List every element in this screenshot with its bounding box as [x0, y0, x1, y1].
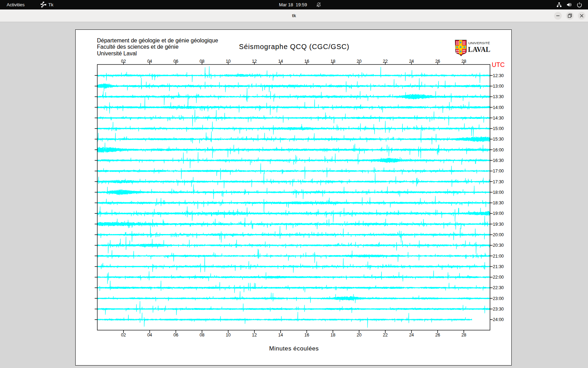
svg-text:13:30: 13:30: [493, 94, 504, 99]
svg-text:14: 14: [278, 59, 283, 64]
svg-text:06: 06: [173, 59, 178, 64]
svg-text:19:00: 19:00: [493, 211, 504, 216]
svg-text:22: 22: [383, 59, 388, 64]
svg-text:18:30: 18:30: [493, 200, 504, 205]
svg-text:14:30: 14:30: [493, 116, 504, 121]
svg-text:06: 06: [173, 333, 178, 338]
svg-text:08: 08: [200, 333, 204, 338]
svg-text:22: 22: [383, 333, 388, 338]
svg-text:Département de géologie et de: Département de géologie et de génie géol…: [97, 38, 218, 43]
svg-text:20:00: 20:00: [493, 232, 504, 237]
svg-text:21:30: 21:30: [493, 264, 504, 269]
svg-text:22:30: 22:30: [493, 285, 504, 290]
svg-text:15:30: 15:30: [493, 137, 504, 142]
svg-text:18: 18: [330, 59, 335, 64]
svg-text:10: 10: [226, 333, 231, 338]
svg-text:12: 12: [252, 59, 257, 64]
svg-text:26: 26: [435, 333, 440, 338]
svg-text:08: 08: [200, 59, 204, 64]
svg-text:20:30: 20:30: [493, 243, 504, 248]
svg-text:18:00: 18:00: [493, 190, 504, 195]
svg-text:26: 26: [435, 59, 440, 64]
svg-text:16: 16: [304, 333, 309, 338]
svg-text:04: 04: [147, 59, 152, 64]
svg-text:28: 28: [461, 333, 466, 338]
svg-text:04: 04: [147, 333, 152, 338]
svg-text:28: 28: [461, 59, 466, 64]
svg-text:12: 12: [252, 333, 257, 338]
svg-text:16:00: 16:00: [493, 148, 504, 152]
svg-text:Minutes écoulées: Minutes écoulées: [269, 345, 319, 352]
svg-text:18: 18: [330, 333, 335, 338]
svg-text:16:30: 16:30: [493, 158, 504, 163]
svg-text:14: 14: [278, 333, 283, 338]
svg-text:UNIVERSITÉ: UNIVERSITÉ: [468, 41, 490, 45]
svg-text:12:30: 12:30: [493, 73, 504, 78]
svg-text:17:30: 17:30: [493, 179, 504, 184]
svg-text:Faculté des sciences et de gén: Faculté des sciences et de génie: [97, 44, 178, 50]
svg-text:24:00: 24:00: [493, 317, 504, 322]
svg-text:17:00: 17:00: [493, 169, 504, 173]
svg-text:24: 24: [409, 333, 414, 338]
svg-text:16: 16: [304, 59, 309, 64]
svg-text:02: 02: [121, 59, 126, 64]
svg-text:Séismographe QCQ (CGC/GSC): Séismographe QCQ (CGC/GSC): [239, 43, 350, 50]
svg-text:19:30: 19:30: [493, 222, 504, 227]
svg-text:24: 24: [409, 59, 414, 64]
svg-text:20: 20: [357, 333, 362, 338]
svg-text:21:00: 21:00: [493, 254, 504, 259]
svg-text:02: 02: [121, 333, 126, 338]
svg-text:20: 20: [357, 59, 362, 64]
svg-text:14:00: 14:00: [493, 105, 504, 110]
svg-text:LAVAL: LAVAL: [468, 45, 490, 54]
svg-text:22:00: 22:00: [493, 275, 504, 280]
svg-text:UTC: UTC: [492, 61, 505, 68]
svg-text:15:00: 15:00: [493, 126, 504, 131]
svg-text:10: 10: [226, 59, 231, 64]
svg-text:Université Laval: Université Laval: [97, 50, 137, 56]
svg-text:13:00: 13:00: [493, 84, 504, 89]
svg-text:23:30: 23:30: [493, 307, 504, 312]
svg-text:23:00: 23:00: [493, 296, 504, 301]
